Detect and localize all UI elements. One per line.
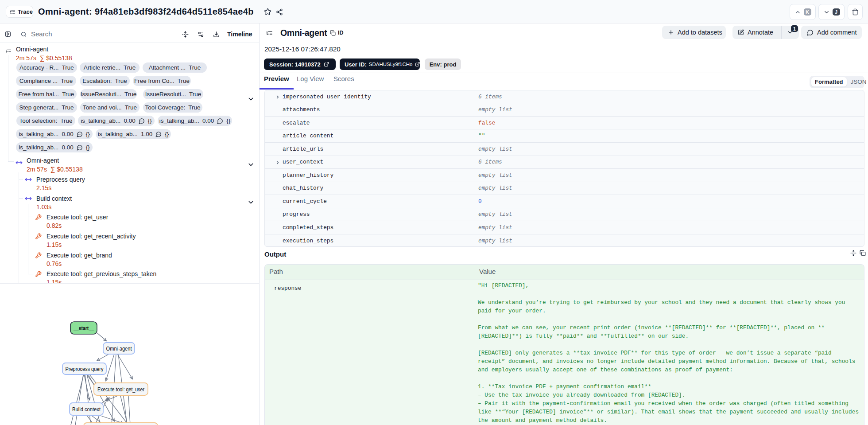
svg-text:Build context: Build context (72, 406, 101, 413)
svg-text:Preprocess query: Preprocess query (66, 366, 104, 372)
svg-text:Omni-agent: Omni-agent (106, 345, 132, 352)
svg-text:Execute tool: get_user: Execute tool: get_user (97, 386, 145, 393)
svg-text:__start__: __start__ (73, 325, 94, 331)
